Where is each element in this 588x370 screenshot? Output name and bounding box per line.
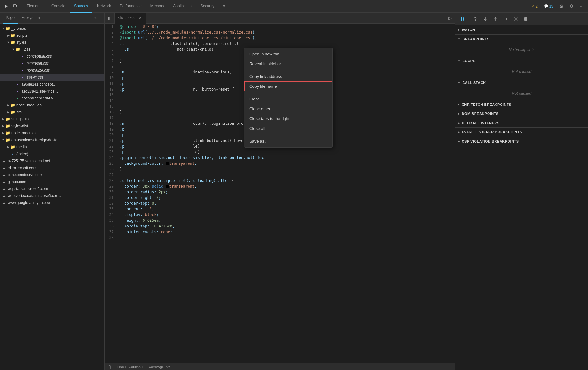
debug-step-over-btn[interactable] — [471, 15, 480, 23]
context-menu-reveal-sidebar[interactable]: Reveal in sidebar — [244, 59, 332, 69]
context-menu-sep-3 — [244, 135, 332, 135]
sidebar-dots-menu[interactable]: ··· — [99, 16, 102, 20]
tree-item-docons[interactable]: ▪ docons.ccbc4d6f.v… — [0, 95, 104, 102]
tree-arrow-styles: ▼ — [6, 41, 10, 44]
context-menu-close-others[interactable]: Close others — [244, 104, 332, 114]
svg-rect-3 — [461, 17, 462, 21]
breakpoints-arrow: ▼ — [458, 38, 460, 41]
tree-item-aec27a42[interactable]: ▪ aec27a42.site-ltr.cs… — [0, 88, 104, 95]
sidebar-tab-page[interactable]: Page — [3, 13, 18, 24]
cloud-icon-ga: ☁ — [1, 200, 6, 205]
tree-item-site-ltr[interactable]: ▪ site-ltr.css — [0, 74, 104, 81]
tree-item-conceptual[interactable]: ▪ conceptual.css — [0, 53, 104, 60]
tree-item-github[interactable]: ☁ github.com — [0, 178, 104, 185]
tree-item-scripts[interactable]: ▶ 📁 scripts — [0, 32, 104, 39]
ln-6: 6 — [106, 52, 116, 58]
tree-item-index[interactable]: ▪ (index) — [0, 150, 104, 157]
warn-badge[interactable]: ⚠ 2 — [530, 3, 540, 9]
code-line-27 — [120, 172, 452, 178]
cursor-icon[interactable] — [3, 3, 10, 10]
folder-icon-node-modules-top: 📁 — [5, 131, 10, 136]
tab-console[interactable]: Console — [48, 0, 69, 13]
context-menu-save-as[interactable]: Save as... — [244, 136, 332, 146]
xhr-arrow: ▶ — [458, 103, 460, 106]
tree-item-styles-dist[interactable]: ▶ 📁 styles/dist — [0, 123, 104, 130]
debug-stop-btn[interactable] — [521, 15, 530, 23]
accordion-header-callstack[interactable]: ▼ Call Stack — [455, 78, 588, 87]
code-line-33: content: ' '; — [120, 206, 452, 212]
more-tabs[interactable]: » — [219, 0, 229, 13]
tab-network[interactable]: Network — [93, 0, 115, 13]
tree-item-cdnspeedcurve[interactable]: ☁ cdn.speedcurve.com — [0, 171, 104, 178]
tree-item-wcpstatic[interactable]: ☁ wcpstatic.microsoft.com — [0, 185, 104, 192]
more-options-icon[interactable]: ··· — [578, 3, 585, 10]
editor-tab-close-btn[interactable]: ✕ — [137, 16, 142, 21]
tree-item-css[interactable]: ▼ 📁 ..\css — [0, 46, 104, 53]
dock-icon[interactable] — [568, 3, 575, 10]
debug-step-out-btn[interactable] — [491, 15, 500, 23]
accordion-header-xhr[interactable]: ▶ XHR/fetch Breakpoints — [455, 100, 588, 109]
accordion-header-breakpoints[interactable]: ▼ Breakpoints — [455, 35, 588, 43]
context-menu-close-tabs-right[interactable]: Close tabs to the right — [244, 114, 332, 124]
context-menu-open-new-tab[interactable]: Open in new tab — [244, 49, 332, 59]
tree-item-c1microsoft[interactable]: ☁ c1.microsoft.com — [0, 164, 104, 171]
accordion-header-csp[interactable]: ▶ CSP Violation Breakpoints — [455, 137, 588, 146]
tree-item-en-us[interactable]: ▼ 📁 en-us/microsoft-edge/devtc — [0, 137, 104, 144]
settings-icon[interactable]: ⚙ — [558, 3, 565, 10]
tree-item-strings-dist[interactable]: ▶ 📁 strings/dist — [0, 116, 104, 123]
context-menu-copy-link[interactable]: Copy link address — [244, 72, 332, 81]
accordion-header-watch[interactable]: ▶ Watch — [455, 25, 588, 34]
folder-icon-node-modules-inner: 📁 — [10, 103, 15, 108]
tree-item-az725175[interactable]: ☁ az725175.vo.msecnd.net — [0, 157, 104, 164]
code-line-29: border: 3px solid transparent; — [120, 183, 452, 189]
info-badge[interactable]: 💬 13 — [542, 3, 555, 9]
sidebar-tab-filesystem[interactable]: Filesystem — [18, 13, 43, 24]
tab-security[interactable]: Security — [197, 0, 218, 13]
tree-item-a96de1e1[interactable]: ▪ a96de1e1.concept… — [0, 81, 104, 88]
accordion-header-dom[interactable]: ▶ DOM Breakpoints — [455, 109, 588, 118]
context-menu-close-all[interactable]: Close all — [244, 124, 332, 133]
tree-item-node-modules-top[interactable]: ▶ 📁 node_modules — [0, 130, 104, 137]
debug-pause-btn[interactable] — [458, 15, 467, 23]
tree-item-googleanalytics[interactable]: ☁ www.google-analytics.com — [0, 199, 104, 206]
tree-item-styles[interactable]: ▼ 📁 styles — [0, 39, 104, 46]
tab-application[interactable]: Application — [169, 0, 195, 13]
svg-rect-4 — [463, 17, 464, 21]
tree-item-media[interactable]: ▶ 📁 media — [0, 144, 104, 150]
accordion-header-global[interactable]: ▶ Global Listeners — [455, 118, 588, 127]
context-menu-close[interactable]: Close — [244, 94, 332, 104]
code-line-4: .t :last-child), .progress:not(:l — [120, 41, 452, 47]
bracket-icon[interactable]: {} — [107, 364, 112, 369]
tree-item-node-modules-inner[interactable]: ▶ 📁 node_modules — [0, 102, 104, 109]
context-menu-copy-file-name[interactable]: Copy file name — [244, 81, 332, 91]
event-listener-arrow: ▶ — [458, 131, 460, 134]
tree-item-normalize[interactable]: ▪ normalize.css — [0, 67, 104, 74]
accordion-watch: ▶ Watch — [455, 25, 588, 35]
accordion-header-scope[interactable]: ▼ Scope — [455, 56, 588, 65]
tab-sources[interactable]: Sources — [70, 0, 92, 13]
debug-step-into-btn[interactable] — [481, 15, 490, 23]
tree-item-src[interactable]: ▶ 📁 src — [0, 109, 104, 116]
debug-step-btn[interactable] — [501, 15, 510, 23]
device-icon[interactable] — [11, 3, 19, 10]
editor-tab-site-ltr[interactable]: site-ltr.css ✕ — [115, 13, 146, 24]
code-line-25: background-color: transparent; — [120, 161, 452, 166]
accordion-header-event-listener[interactable]: ▶ Event Listener Breakpoints — [455, 128, 588, 137]
tree-item-minireset[interactable]: ▪ minireset.css — [0, 60, 104, 67]
tree-item-themes[interactable]: ▼ 📁 _themes — [0, 25, 104, 32]
code-line-34: display: block; — [120, 212, 452, 218]
tab-memory[interactable]: Memory — [147, 0, 168, 13]
sidebar-more[interactable]: » — [94, 16, 97, 20]
ln-19: 19 — [106, 126, 116, 132]
tab-performance[interactable]: Performance — [116, 0, 145, 13]
ln-11: 11 — [106, 81, 116, 86]
tree-item-webvortex[interactable]: ☁ web.vortex.data.microsoft.cor… — [0, 192, 104, 199]
tab-elements[interactable]: Elements — [23, 0, 46, 13]
toggle-preview-btn[interactable]: ▷ — [445, 13, 455, 24]
code-line-38 — [120, 235, 452, 240]
debug-deactivate-btn[interactable] — [511, 15, 520, 23]
tree-arrow-styles-dist: ▶ — [1, 124, 5, 128]
breakpoints-content: No breakpoints — [455, 43, 588, 56]
toggle-sidebar-btn[interactable]: ◧ — [105, 13, 115, 24]
file-icon-docons: ▪ — [15, 96, 20, 101]
